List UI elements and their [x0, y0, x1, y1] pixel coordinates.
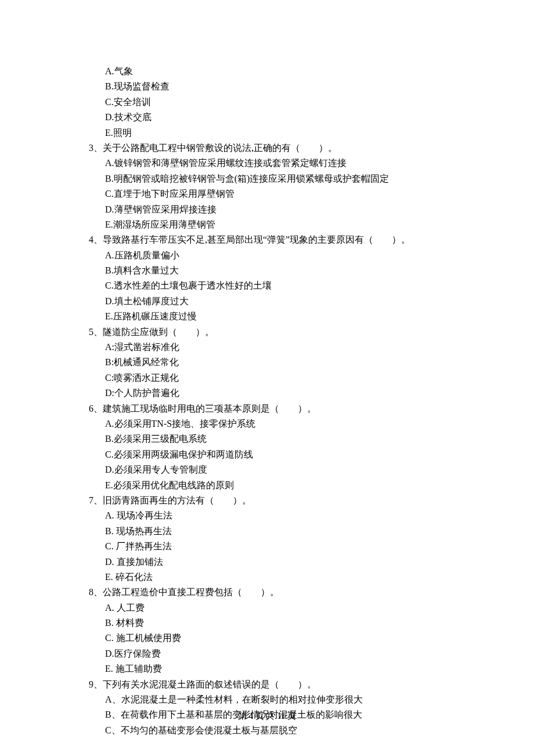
option-b: B.现场监督检查: [89, 79, 488, 94]
question-6-option-b: B.必须采用三级配电系统: [89, 431, 488, 447]
question-9-option-c: C、不均匀的基础变形会使混凝土板与基层脱空: [89, 723, 488, 738]
question-6-stem: 6、建筑施工现场临时用电的三项基本原则是（ ）。: [89, 401, 488, 416]
question-7-stem: 7、旧沥青路面再生的方法有（ ）。: [89, 493, 488, 508]
question-5-option-c: C:喷雾洒水正规化: [89, 370, 488, 386]
question-4-option-a: A.压路机质量偏小: [89, 248, 488, 263]
document-page: A.气象 B.现场监督检查 C.安全培训 D.技术交底 E.照明 3、关于公路配…: [0, 0, 534, 756]
page-number: 第 4 页 共 11 页: [0, 709, 534, 723]
question-6-option-a: A.必须采用TN-S接地、接零保护系统: [89, 416, 488, 431]
question-7-option-a: A. 现场冷再生法: [89, 508, 488, 523]
question-8-option-b: B. 材料费: [89, 615, 488, 631]
question-4-option-e: E.压路机碾压速度过慢: [89, 309, 488, 324]
question-5-option-d: D:个人防护普遍化: [89, 386, 488, 401]
option-c: C.安全培训: [89, 95, 488, 110]
question-4-stem: 4、导致路基行车带压实不足,甚至局部出现“弹簧”现象的主要原因有（ ）。: [89, 232, 488, 247]
question-3-option-b: B.明配钢管或暗挖被锌钢管与盒(箱)连接应采用锁紧螺母或护套帽固定: [89, 171, 488, 186]
question-7-option-e: E. 碎石化法: [89, 570, 488, 585]
question-3-option-a: A.镀锌钢管和薄壁钢管应采用螺纹连接或套管紧定螺钉连接: [89, 156, 488, 171]
question-4-option-b: B.填料含水量过大: [89, 263, 488, 278]
question-3-stem: 3、关于公路配电工程中钢管敷设的说法,正确的有（ ）。: [89, 141, 488, 156]
question-4-option-d: D.填土松铺厚度过大: [89, 294, 488, 309]
content-column: A.气象 B.现场监督检查 C.安全培训 D.技术交底 E.照明 3、关于公路配…: [0, 64, 534, 738]
question-6-option-d: D.必须采用专人专管制度: [89, 462, 488, 477]
question-3-option-d: D.薄壁钢管应采用焊接连接: [89, 202, 488, 217]
question-6-option-c: C.必须采用两级漏电保护和两道防线: [89, 447, 488, 462]
question-8-option-c: C. 施工机械使用费: [89, 631, 488, 646]
question-8-option-e: E. 施工辅助费: [89, 661, 488, 676]
question-3-option-e: E.潮湿场所应采用薄壁钢管: [89, 217, 488, 232]
option-d: D.技术交底: [89, 110, 488, 125]
question-4-option-c: C.透水性差的土壤包裹于透水性好的土壤: [89, 278, 488, 293]
question-8-option-a: A. 人工费: [89, 600, 488, 615]
question-5-option-b: B:机械通风经常化: [89, 355, 488, 370]
question-9-stem: 9、下列有关水泥混凝土路面的叙述错误的是（ ）。: [89, 677, 488, 692]
question-5-stem: 5、隧道防尘应做到（ ）。: [89, 325, 488, 340]
question-8-stem: 8、公路工程造价中直接工程费包括（ ）。: [89, 585, 488, 600]
question-9-option-a: A、水泥混凝土是一种柔性材料，在断裂时的相对拉伸变形很大: [89, 692, 488, 707]
question-3-option-c: C.直埋于地下时应采用厚壁钢管: [89, 186, 488, 201]
question-7-option-b: B. 现场热再生法: [89, 524, 488, 539]
question-8-option-d: D.医疗保险费: [89, 646, 488, 661]
question-5-option-a: A:湿式凿岩标准化: [89, 340, 488, 355]
question-7-option-c: C. 厂拌热再生法: [89, 539, 488, 554]
question-7-option-d: D. 直接加铺法: [89, 555, 488, 570]
option-a: A.气象: [89, 64, 488, 79]
question-6-option-e: E.必须采用优化配电线路的原则: [89, 478, 488, 493]
option-e: E.照明: [89, 125, 488, 141]
